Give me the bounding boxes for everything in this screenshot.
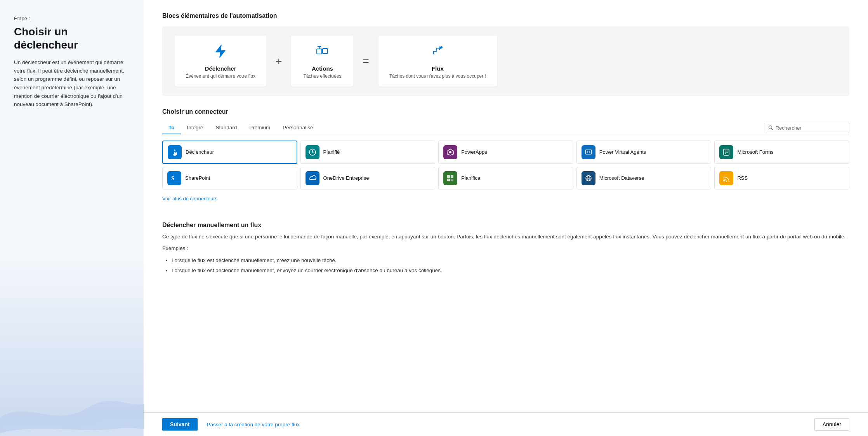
- sharepoint-icon: S: [167, 171, 181, 185]
- actions-block: Actions Tâches effectuées: [291, 36, 353, 87]
- tab-standard[interactable]: Standard: [210, 122, 243, 134]
- next-button[interactable]: Suivant: [162, 418, 198, 431]
- flux-icon: [430, 43, 445, 62]
- svg-line-6: [771, 129, 773, 130]
- search-input[interactable]: [776, 125, 845, 131]
- more-connectors-link[interactable]: Voir plus de connecteurs: [162, 196, 217, 201]
- svg-rect-22: [447, 175, 450, 178]
- manual-section-title: Déclencher manuellement un flux: [162, 222, 849, 229]
- svg-point-4: [440, 46, 443, 49]
- svg-point-14: [587, 151, 588, 153]
- powerapps-icon: [443, 145, 457, 159]
- connector-title: Choisir un connecteur: [162, 108, 849, 115]
- connector-powerapps[interactable]: PowerApps: [438, 141, 573, 164]
- flux-block-label: Flux: [432, 65, 444, 72]
- msforms-icon: [719, 145, 733, 159]
- connector-section: Choisir un connecteur To Intégré Standar…: [162, 108, 849, 212]
- declencheur-icon: [168, 145, 182, 159]
- pva-label: Power Virtual Agents: [599, 149, 646, 156]
- right-panel: Blocs élémentaires de l'automatisation D…: [144, 0, 868, 436]
- msforms-label: Microsoft Forms: [737, 149, 773, 156]
- connector-sharepoint[interactable]: S SharePoint: [162, 167, 297, 189]
- planifica-icon: [443, 171, 457, 185]
- dataverse-icon: [582, 171, 595, 185]
- onedrive-label: OneDrive Entreprise: [323, 175, 369, 182]
- tab-personnalise[interactable]: Personnalisé: [276, 122, 319, 134]
- manual-description: Ce type de flux ne s'exécute que si une …: [162, 233, 849, 241]
- flux-block: Flux Tâches dont vous n'avez plus à vous…: [378, 36, 497, 87]
- svg-rect-0: [317, 49, 322, 54]
- left-description: Un déclencheur est un événement qui déma…: [14, 58, 130, 109]
- svg-rect-24: [447, 179, 450, 181]
- tab-integre[interactable]: Intégré: [181, 122, 210, 134]
- create-own-flow-link[interactable]: Passer à la création de votre propre flu…: [207, 422, 300, 427]
- svg-point-7: [174, 149, 175, 151]
- equals-symbol: =: [363, 55, 369, 68]
- example-item-1: Lorsque le flux est déclenché manuelleme…: [172, 255, 849, 266]
- svg-text:S: S: [171, 175, 174, 181]
- search-icon: [768, 125, 773, 130]
- wave-decoration: [0, 351, 144, 436]
- trigger-block: Déclencher Événement qui démarre votre f…: [175, 36, 266, 87]
- svg-point-12: [449, 151, 451, 153]
- rss-icon: [719, 171, 733, 185]
- connector-onedrive[interactable]: OneDrive Entreprise: [300, 167, 436, 189]
- connector-planifica[interactable]: Planifica: [438, 167, 573, 189]
- rss-label: RSS: [737, 175, 748, 182]
- sharepoint-label: SharePoint: [185, 175, 210, 182]
- step-label: Étape 1: [14, 16, 130, 21]
- svg-point-29: [723, 180, 725, 181]
- declencheur-label: Déclencheur: [186, 149, 214, 156]
- automation-section-title: Blocs élémentaires de l'automatisation: [162, 12, 849, 19]
- connector-rss[interactable]: RSS: [714, 167, 849, 189]
- actions-block-subtitle: Tâches effectuées: [304, 73, 342, 79]
- powerapps-label: PowerApps: [461, 149, 487, 156]
- tabs-row: To Intégré Standard Premium Personnalisé: [162, 122, 849, 134]
- svg-rect-1: [323, 49, 328, 54]
- connector-msforms[interactable]: Microsoft Forms: [714, 141, 849, 164]
- tab-premium[interactable]: Premium: [243, 122, 276, 134]
- dataverse-label: Microsoft Dataverse: [599, 175, 644, 182]
- svg-point-15: [589, 151, 590, 153]
- flux-block-subtitle: Tâches dont vous n'avez plus à vous occu…: [389, 73, 486, 79]
- connector-dataverse[interactable]: Microsoft Dataverse: [576, 167, 712, 189]
- planifie-icon: [306, 145, 319, 159]
- connector-declencheur[interactable]: Déclencheur: [162, 141, 297, 164]
- pva-icon: [582, 145, 595, 159]
- page-title: Choisir un déclencheur: [14, 25, 130, 51]
- examples-list: Lorsque le flux est déclenché manuelleme…: [172, 255, 849, 275]
- connector-grid: Déclencheur Planifié: [162, 141, 849, 189]
- bottom-bar: Suivant Passer à la création de votre pr…: [144, 412, 868, 436]
- onedrive-icon: [306, 171, 319, 185]
- planifie-label: Planifié: [323, 149, 340, 156]
- svg-rect-25: [451, 179, 453, 181]
- example-item-2: Lorsque le flux est déclenché manuelleme…: [172, 266, 849, 276]
- connector-planifie[interactable]: Planifié: [300, 141, 436, 164]
- cancel-button[interactable]: Annuler: [814, 418, 849, 431]
- actions-block-label: Actions: [312, 65, 333, 72]
- trigger-block-subtitle: Événement qui démarre votre flux: [186, 73, 255, 79]
- automation-blocks: Déclencher Événement qui démarre votre f…: [162, 26, 849, 96]
- left-panel: Étape 1 Choisir un déclencheur Un déclen…: [0, 0, 144, 436]
- trigger-icon: [213, 43, 228, 62]
- actions-icon: [314, 43, 330, 62]
- svg-line-10: [312, 152, 314, 153]
- tab-to[interactable]: To: [162, 122, 181, 134]
- svg-rect-23: [451, 175, 453, 178]
- search-wrap: [764, 123, 849, 133]
- examples-label: Exemples :: [162, 244, 849, 253]
- trigger-block-label: Déclencher: [205, 65, 236, 72]
- plus-symbol: +: [276, 55, 282, 68]
- manual-section: Déclencher manuellement un flux Ce type …: [162, 222, 849, 275]
- planifica-label: Planifica: [461, 175, 480, 182]
- connector-pva[interactable]: Power Virtual Agents: [576, 141, 712, 164]
